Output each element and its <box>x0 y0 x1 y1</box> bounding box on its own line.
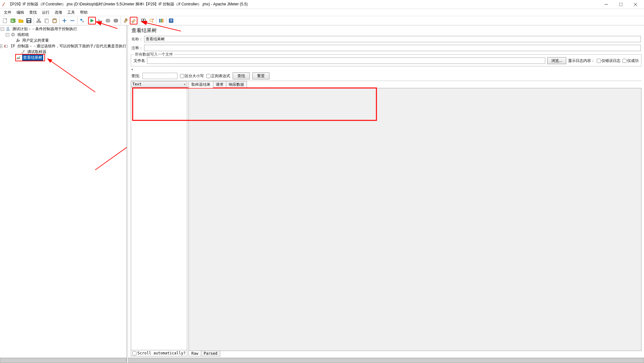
only-error-checkbox[interactable] <box>597 59 601 63</box>
svg-rect-7 <box>11 21 14 22</box>
close-button[interactable] <box>628 0 643 9</box>
tab-response-data[interactable]: 响应数据 <box>226 81 247 88</box>
save-icon[interactable] <box>25 17 33 24</box>
tab-parsed[interactable]: Parsed <box>201 351 220 356</box>
help-icon[interactable]: ? <box>167 17 175 24</box>
menubar: 文件 编辑 查找 运行 选项 工具 帮助 <box>0 9 644 16</box>
menu-run[interactable]: 运行 <box>39 9 52 16</box>
tree-label: 查看结果树 <box>22 55 43 61</box>
search-button[interactable]: 查找 <box>233 72 250 79</box>
toggle-icon[interactable] <box>78 17 86 24</box>
tree-label: IF 控制器－－通过该组件，可以控制其下面的子/后代元素是否执行 <box>10 44 127 49</box>
comment-row: 注释： <box>128 44 644 52</box>
file-output-group: 所有数据写入一个文件 文件名 浏览... 显示日志内容： 仅错误日志 仅成功 <box>131 54 641 66</box>
clear-icon[interactable] <box>122 17 129 24</box>
main-split: − 测试计划－－条件控制器用于控制执行 − 线程组 用户定义的变量 − <box>0 25 644 363</box>
svg-rect-16 <box>46 19 49 23</box>
regex-checkbox[interactable] <box>206 74 210 78</box>
tree-node-test-plan[interactable]: − 测试计划－－条件控制器用于控制执行 <box>0 26 127 32</box>
maximize-button[interactable] <box>614 0 628 9</box>
svg-rect-34 <box>159 19 160 23</box>
only-error-label: 仅错误日志 <box>601 58 621 64</box>
minimize-button[interactable] <box>599 0 614 9</box>
right-horizontal-scrollbar[interactable] <box>128 358 644 363</box>
expand-icon[interactable] <box>61 17 68 24</box>
svg-rect-42 <box>4 45 5 47</box>
results-tree[interactable] <box>131 87 187 350</box>
menu-file[interactable]: 文件 <box>1 9 14 16</box>
panel-title: 查看结果树 <box>128 25 644 35</box>
svg-line-14 <box>37 18 40 21</box>
svg-line-44 <box>48 59 95 92</box>
gear-icon <box>10 32 16 37</box>
function-helper-icon[interactable] <box>157 17 165 24</box>
results-area: Text ▾ Scroll automatically? 取样器结果 请求 响应… <box>131 81 641 356</box>
name-input[interactable] <box>144 36 641 42</box>
tree-toggle-icon[interactable]: − <box>0 44 2 48</box>
only-success-checkbox[interactable] <box>622 59 627 63</box>
test-plan-tree[interactable]: − 测试计划－－条件控制器用于控制执行 − 线程组 用户定义的变量 − <box>0 25 127 61</box>
reset-button[interactable]: 重置 <box>252 72 269 79</box>
renderer-dropdown[interactable]: Text ▾ <box>131 81 187 87</box>
scroll-auto-row: Scroll automatically? <box>131 350 187 356</box>
menu-tools[interactable]: 工具 <box>65 9 77 16</box>
results-detail-pane[interactable] <box>189 88 641 351</box>
menu-search[interactable]: 查找 <box>27 9 39 16</box>
paste-icon[interactable] <box>51 17 58 24</box>
search-input[interactable] <box>143 73 177 79</box>
app-icon <box>1 2 6 7</box>
menu-help[interactable]: 帮助 <box>77 9 90 16</box>
tab-sampler-result[interactable]: 取样器结果 <box>189 81 213 88</box>
tab-request[interactable]: 请求 <box>213 81 226 88</box>
start-no-timers-icon[interactable] <box>96 17 104 24</box>
shutdown-icon[interactable] <box>112 17 120 24</box>
group-title: 所有数据写入一个文件 <box>134 52 174 57</box>
beaker-icon <box>5 26 10 31</box>
tree-toggle-icon[interactable]: − <box>1 27 4 31</box>
svg-line-31 <box>152 21 153 23</box>
svg-rect-19 <box>53 20 56 22</box>
collapse-toggle-icon[interactable]: ▾ <box>128 68 644 71</box>
svg-rect-35 <box>161 19 162 23</box>
chart-icon <box>16 55 21 60</box>
new-icon[interactable] <box>1 17 9 24</box>
case-sensitive-checkbox[interactable] <box>180 74 184 78</box>
tree-node-view-results[interactable]: 查看结果树 <box>0 55 127 60</box>
log-content-label: 显示日志内容： <box>568 58 595 64</box>
only-success-label: 仅成功 <box>627 58 639 64</box>
search-icon[interactable] <box>140 17 147 24</box>
tree-node-user-vars[interactable]: 用户定义的变量 <box>0 37 127 43</box>
svg-rect-36 <box>162 19 163 23</box>
svg-point-40 <box>12 34 14 35</box>
menu-edit[interactable]: 编辑 <box>14 9 27 16</box>
collapse-icon[interactable] <box>69 17 76 24</box>
tree-horizontal-scrollbar[interactable] <box>0 358 127 363</box>
cut-icon[interactable] <box>35 17 43 24</box>
tabs-bottom: Raw Parsed <box>189 351 641 356</box>
annotation-arrow <box>0 25 127 363</box>
start-icon[interactable] <box>88 17 96 24</box>
stop-icon[interactable] <box>104 17 112 24</box>
file-label: 文件名 <box>134 58 145 64</box>
svg-rect-9 <box>27 19 30 20</box>
tab-raw[interactable]: Raw <box>189 351 201 356</box>
menu-options[interactable]: 选项 <box>52 9 65 16</box>
tabs-top: 取样器结果 请求 响应数据 <box>189 81 641 88</box>
comment-input[interactable] <box>144 45 641 51</box>
tree-node-thread-group[interactable]: − 线程组 <box>0 32 127 37</box>
tree-toggle-icon[interactable]: − <box>6 33 9 37</box>
tree-node-if-controller[interactable]: − IF 控制器－－通过该组件，可以控制其下面的子/后代元素是否执行 <box>0 43 127 49</box>
svg-rect-18 <box>54 18 56 19</box>
results-left-column: Text ▾ Scroll automatically? <box>131 81 187 356</box>
chevron-down-icon: ▾ <box>184 83 186 86</box>
file-input[interactable] <box>147 57 545 64</box>
browse-button[interactable]: 浏览... <box>547 57 566 64</box>
copy-icon[interactable] <box>43 17 50 24</box>
svg-rect-6 <box>11 20 13 20</box>
scroll-auto-checkbox[interactable] <box>132 351 136 355</box>
dropdown-value: Text <box>132 82 142 86</box>
open-icon[interactable] <box>17 17 25 24</box>
templates-icon[interactable] <box>9 17 17 24</box>
clear-all-icon[interactable] <box>130 17 137 24</box>
reset-search-icon[interactable] <box>148 17 155 24</box>
